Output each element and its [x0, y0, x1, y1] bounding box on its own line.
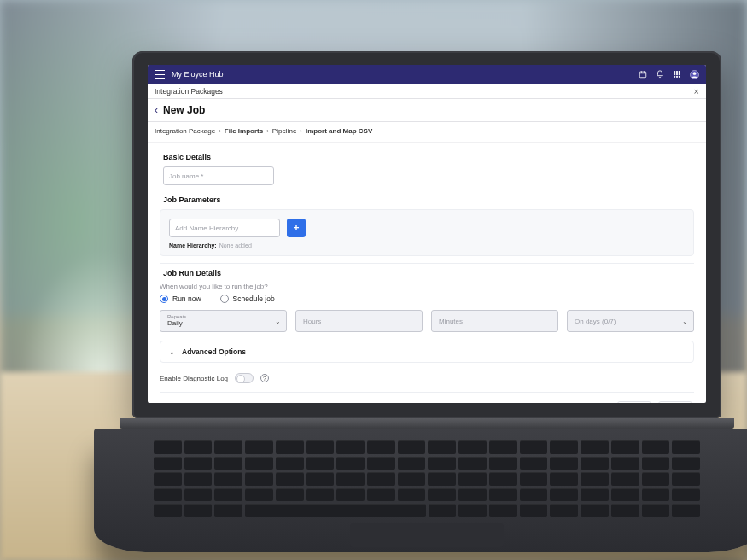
section-title-run: Job Run Details: [163, 269, 694, 277]
diagnostic-toggle[interactable]: [235, 373, 254, 383]
hours-placeholder: Hours: [303, 318, 415, 325]
hours-select[interactable]: Hours: [295, 310, 423, 332]
diagnostic-label: Enable Diagnostic Log: [160, 375, 228, 382]
page-title: New Job: [163, 104, 205, 116]
radio-dot-icon: [220, 295, 229, 303]
svg-point-11: [692, 72, 695, 74]
minutes-select[interactable]: Minutes: [431, 310, 558, 332]
chevron-down-icon: ⌄: [682, 318, 688, 325]
svg-rect-2: [676, 71, 678, 73]
footer-button[interactable]: [617, 401, 651, 403]
footer-button[interactable]: [658, 401, 692, 403]
svg-rect-5: [676, 73, 678, 75]
hamburger-menu-icon[interactable]: [155, 70, 165, 79]
svg-rect-1: [674, 71, 675, 73]
repeats-select[interactable]: Repeats Daily ⌄: [160, 310, 287, 332]
add-name-hierarchy-placeholder: Add Name Hierarchy: [175, 225, 238, 232]
breadcrumb: Integration Package › File Imports › Pip…: [148, 122, 706, 143]
breadcrumb-item[interactable]: Import and Map CSV: [306, 127, 372, 135]
breadcrumb-item[interactable]: File Imports: [225, 127, 263, 135]
close-icon[interactable]: ×: [694, 86, 699, 96]
apps-grid-icon[interactable]: [672, 69, 682, 79]
svg-rect-3: [679, 71, 680, 73]
svg-rect-0: [639, 72, 646, 78]
name-hierarchy-label: Name Hierarchy:: [169, 242, 217, 248]
radio-run-now[interactable]: Run now: [160, 295, 201, 303]
add-button[interactable]: +: [287, 219, 306, 237]
avatar-icon[interactable]: [689, 69, 699, 79]
bell-icon[interactable]: [655, 69, 665, 79]
repeats-value: Daily: [167, 319, 279, 328]
main-content: Basic Details Job name * Job Parameters …: [148, 143, 706, 403]
svg-rect-9: [679, 76, 680, 78]
calendar-icon[interactable]: [638, 69, 648, 79]
job-parameters-panel: Add Name Hierarchy + Name Hierarchy: Non…: [160, 209, 694, 256]
app-window: My Eloyce Hub: [148, 65, 706, 403]
on-days-value: On days (0/7): [575, 318, 686, 325]
radio-schedule-job[interactable]: Schedule job: [220, 295, 275, 303]
svg-rect-8: [676, 76, 678, 78]
job-name-placeholder: Job name *: [169, 172, 203, 180]
radio-run-now-label: Run now: [172, 295, 201, 303]
chevron-down-icon: ⌄: [169, 348, 175, 356]
svg-rect-4: [674, 73, 675, 75]
radio-schedule-label: Schedule job: [233, 295, 275, 303]
help-icon[interactable]: ?: [260, 374, 269, 382]
job-name-input[interactable]: Job name *: [163, 166, 274, 185]
minutes-placeholder: Minutes: [439, 318, 551, 325]
plus-icon: +: [293, 222, 299, 234]
name-hierarchy-value: None added: [219, 242, 252, 248]
add-name-hierarchy-input[interactable]: Add Name Hierarchy: [169, 219, 280, 237]
section-title-params: Job Parameters: [163, 195, 694, 204]
footer-actions: [160, 398, 694, 403]
subheader-title: Integration Packages: [155, 87, 223, 96]
radio-dot-icon: [160, 295, 168, 303]
top-navbar: My Eloyce Hub: [148, 65, 706, 84]
page-title-row: ‹ New Job: [148, 99, 706, 122]
svg-rect-6: [679, 73, 680, 75]
advanced-options-toggle[interactable]: ⌄ Advanced Options: [160, 341, 694, 363]
section-title-basic: Basic Details: [163, 153, 694, 161]
breadcrumb-item[interactable]: Pipeline: [272, 127, 296, 135]
subheader: Integration Packages ×: [148, 84, 706, 99]
advanced-options-label: Advanced Options: [182, 347, 246, 356]
chevron-down-icon: ⌄: [275, 318, 281, 325]
breadcrumb-item[interactable]: Integration Package: [155, 127, 215, 135]
back-chevron-icon[interactable]: ‹: [155, 104, 158, 116]
run-question: When would you like to run the job?: [160, 283, 694, 290]
on-days-select[interactable]: On days (0/7) ⌄: [567, 310, 694, 332]
svg-rect-7: [674, 76, 675, 78]
app-title: My Eloyce Hub: [172, 70, 224, 79]
